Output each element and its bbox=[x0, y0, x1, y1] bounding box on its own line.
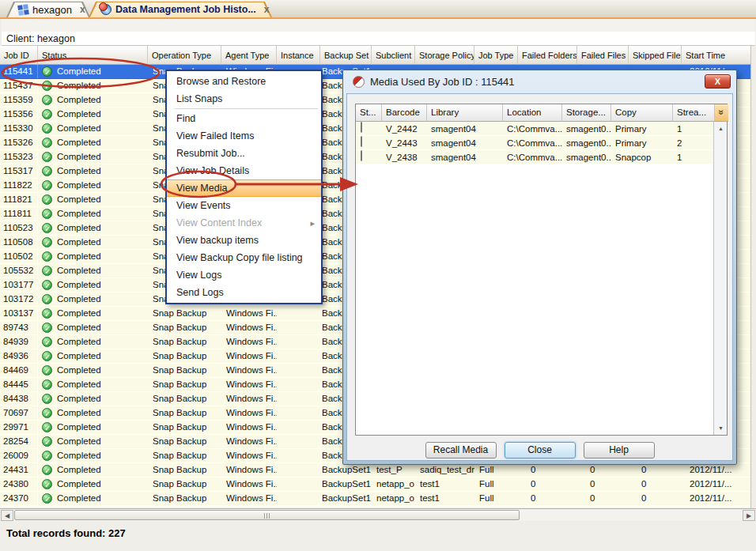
table-cell: 111822 bbox=[0, 179, 38, 192]
column-header-agent-type[interactable]: Agent Type bbox=[221, 46, 277, 65]
job-row[interactable]: 24431✓CompletedSnap BackupWindows Fi...B… bbox=[0, 463, 756, 477]
recall-media-button[interactable]: Recall Media bbox=[425, 442, 497, 459]
table-cell: 24380 bbox=[0, 477, 38, 491]
menu-item-view-backup-items[interactable]: View backup items bbox=[167, 232, 321, 249]
media-row[interactable]: V_2442smagent04C:\Commva...smagent0...Pr… bbox=[356, 122, 727, 136]
table-cell: Snap Backup bbox=[148, 435, 221, 448]
column-header-failed-files[interactable]: Failed Files bbox=[577, 46, 629, 65]
menu-item-view-logs[interactable]: View Logs bbox=[167, 266, 321, 284]
table-cell: 1 bbox=[673, 150, 715, 164]
job-row[interactable]: 24370✓CompletedSnap BackupWindows Fi...B… bbox=[0, 492, 756, 506]
column-header-start-time[interactable]: Start Time bbox=[682, 46, 756, 65]
media-column-header-copy[interactable]: Copy bbox=[611, 104, 673, 122]
table-cell: 0 bbox=[518, 463, 577, 477]
table-cell: Windows Fi... bbox=[221, 335, 277, 349]
scroll-up-icon[interactable]: ▲ bbox=[715, 123, 727, 134]
job-row[interactable]: 24380✓CompletedSnap BackupWindows Fi...B… bbox=[0, 477, 756, 492]
media-column-header-storage[interactable]: Storage... bbox=[562, 104, 611, 122]
menu-item-find[interactable]: Find bbox=[167, 110, 321, 127]
menu-separator bbox=[175, 108, 318, 109]
table-cell: V_2442 bbox=[382, 122, 427, 135]
vertical-scrollbar[interactable] bbox=[750, 46, 756, 508]
completed-status-icon: ✓ bbox=[42, 351, 52, 361]
menu-item-view-failed-items[interactable]: View Failed Items bbox=[167, 127, 321, 145]
media-row[interactable]: V_2438smagent04C:\Commva...smagent0...Sn… bbox=[356, 150, 727, 164]
table-cell: ✓Completed bbox=[38, 449, 148, 462]
dialog-vertical-scrollbar[interactable]: ▲ ▼ bbox=[713, 122, 727, 435]
tab-close-icon[interactable]: x bbox=[264, 5, 270, 14]
table-cell bbox=[277, 307, 320, 320]
menu-item-view-backup-copy-file-listing[interactable]: View Backup Copy file listing bbox=[167, 249, 321, 266]
media-column-header-location[interactable]: Location bbox=[503, 104, 562, 122]
help-button[interactable]: Help bbox=[584, 442, 655, 459]
scrollbar-thumb[interactable] bbox=[14, 510, 520, 520]
column-header-subclient[interactable]: Subclient bbox=[372, 46, 415, 65]
media-column-header-barcode[interactable]: Barcode bbox=[382, 104, 427, 122]
table-cell: Windows Fi... bbox=[221, 477, 277, 491]
table-cell: 103137 bbox=[0, 307, 38, 320]
completed-status-icon: ✓ bbox=[42, 422, 52, 432]
media-row[interactable]: V_2443smagent04C:\Commva...smagent0...Pr… bbox=[356, 136, 727, 150]
table-cell: Windows Fi... bbox=[221, 406, 277, 420]
table-cell: test1 bbox=[415, 492, 474, 505]
table-cell: 0 bbox=[577, 492, 629, 505]
column-header-instance[interactable]: Instance bbox=[277, 46, 320, 65]
column-header-job-id[interactable]: Job ID bbox=[0, 46, 38, 65]
completed-status-icon: ✓ bbox=[42, 237, 52, 247]
table-cell: 110502 bbox=[0, 250, 38, 263]
tab-hexagon[interactable]: hexagon x bbox=[6, 2, 90, 17]
close-button[interactable]: Close bbox=[505, 442, 576, 459]
menu-item-browse-and-restore[interactable]: Browse and Restore bbox=[167, 73, 321, 90]
table-cell: Windows Fi... bbox=[221, 449, 277, 462]
media-column-header-strea[interactable]: Strea... bbox=[673, 104, 715, 122]
table-cell: ✓Completed bbox=[38, 236, 148, 249]
media-column-header-library[interactable]: Library bbox=[427, 104, 503, 122]
table-cell bbox=[277, 477, 320, 491]
column-header-operation-type[interactable]: Operation Type bbox=[148, 46, 221, 65]
table-cell: Snap Backup bbox=[148, 492, 221, 505]
tab-close-icon[interactable]: x bbox=[80, 5, 85, 14]
dialog-close-button[interactable]: X bbox=[705, 74, 731, 89]
menu-item-view-media[interactable]: View Media bbox=[167, 179, 321, 197]
table-cell bbox=[356, 150, 382, 164]
completed-status-icon: ✓ bbox=[42, 379, 52, 390]
column-header-storage-policy[interactable]: Storage Policy bbox=[415, 46, 474, 65]
media-table-header: St...BarcodeLibraryLocationStorage...Cop… bbox=[356, 104, 727, 122]
table-cell: BackupSet1 bbox=[320, 477, 372, 491]
scroll-left-icon[interactable]: ◀ bbox=[1, 510, 13, 521]
column-header-backup-set[interactable]: Backup Set bbox=[320, 46, 372, 65]
table-cell: C:\Commva... bbox=[503, 122, 562, 135]
completed-status-icon: ✓ bbox=[42, 323, 52, 333]
table-cell bbox=[277, 364, 320, 377]
column-chooser-button[interactable]: » bbox=[715, 104, 728, 122]
column-header-status[interactable]: Status bbox=[38, 46, 148, 65]
tab-label: Data Management Job Histo... bbox=[115, 4, 256, 15]
table-cell: 0 bbox=[577, 477, 629, 491]
completed-status-icon: ✓ bbox=[42, 465, 52, 475]
media-icon bbox=[361, 150, 362, 161]
scroll-down-icon[interactable]: ▼ bbox=[715, 423, 727, 433]
horizontal-scrollbar[interactable]: ◀ ▶ bbox=[0, 508, 756, 521]
tab-data-management-job-history[interactable]: Data Management Job Histo... x bbox=[89, 2, 272, 17]
menu-item-send-logs[interactable]: Send Logs bbox=[167, 284, 321, 301]
menu-item-view-job-details[interactable]: View Job Details bbox=[167, 162, 321, 179]
table-cell: ✓Completed bbox=[38, 264, 148, 277]
media-column-header-st[interactable]: St... bbox=[356, 104, 382, 122]
table-cell: Snap Backup bbox=[148, 307, 221, 320]
table-cell: Windows Fi... bbox=[221, 378, 277, 391]
column-header-job-type[interactable]: Job Type bbox=[474, 46, 518, 65]
table-cell: ✓Completed bbox=[38, 207, 148, 221]
column-header-skipped-files[interactable]: Skipped Files bbox=[629, 46, 682, 65]
accent-divider bbox=[0, 17, 756, 19]
table-cell bbox=[356, 122, 382, 135]
table-cell: Snap Backup bbox=[148, 463, 221, 477]
context-menu: Browse and RestoreList SnapsFindView Fai… bbox=[165, 70, 323, 304]
column-header-failed-folders[interactable]: Failed Folders bbox=[518, 46, 577, 65]
menu-item-resubmit-job[interactable]: Resubmit Job... bbox=[167, 145, 321, 162]
table-cell bbox=[277, 349, 320, 363]
table-cell: ✓Completed bbox=[38, 406, 148, 420]
scroll-right-icon[interactable]: ▶ bbox=[743, 510, 755, 521]
table-cell: 0 bbox=[518, 492, 577, 505]
menu-item-list-snaps[interactable]: List Snaps bbox=[167, 90, 321, 108]
menu-item-view-events[interactable]: View Events bbox=[167, 197, 321, 214]
